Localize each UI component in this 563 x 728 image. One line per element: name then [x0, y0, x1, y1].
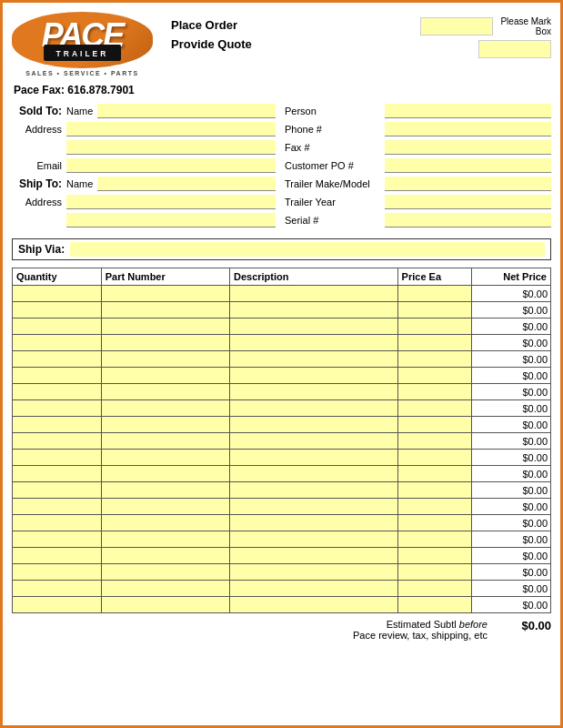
table-row: $0.00 — [13, 417, 551, 433]
data-cell-2[interactable] — [229, 597, 397, 613]
data-cell-2[interactable] — [229, 302, 397, 318]
data-cell-1[interactable] — [101, 400, 229, 417]
data-cell-3[interactable] — [397, 564, 471, 581]
customer-po-input[interactable] — [385, 158, 551, 173]
data-cell-0[interactable] — [13, 564, 102, 581]
ship-to-name-input[interactable] — [97, 177, 276, 191]
data-cell-3[interactable] — [397, 482, 471, 499]
data-cell-2[interactable] — [229, 482, 397, 499]
data-cell-1[interactable] — [101, 351, 229, 368]
data-cell-0[interactable] — [13, 368, 102, 384]
data-cell-2[interactable] — [229, 531, 397, 548]
data-cell-0[interactable] — [13, 351, 102, 368]
data-cell-0[interactable] — [13, 286, 102, 302]
trailer-make-input[interactable] — [385, 177, 551, 191]
ship-address-input1[interactable] — [66, 195, 276, 209]
data-cell-0[interactable] — [13, 450, 102, 466]
data-cell-0[interactable] — [13, 417, 102, 433]
data-cell-1[interactable] — [101, 466, 229, 482]
data-cell-2[interactable] — [229, 433, 397, 450]
data-cell-0[interactable] — [13, 597, 102, 613]
data-cell-3[interactable] — [397, 466, 471, 482]
ship-via-input[interactable] — [70, 242, 545, 257]
data-cell-3[interactable] — [397, 286, 471, 302]
email-input[interactable] — [66, 158, 276, 173]
serial-input[interactable] — [385, 213, 551, 228]
data-cell-2[interactable] — [229, 581, 397, 597]
data-cell-2[interactable] — [229, 515, 397, 531]
data-cell-1[interactable] — [101, 433, 229, 450]
data-cell-2[interactable] — [229, 368, 397, 384]
data-cell-3[interactable] — [397, 450, 471, 466]
data-cell-0[interactable] — [13, 335, 102, 351]
data-cell-3[interactable] — [397, 318, 471, 335]
data-cell-3[interactable] — [397, 581, 471, 597]
data-cell-1[interactable] — [101, 417, 229, 433]
logo-oval: PACE TRAILER — [12, 12, 153, 68]
data-cell-3[interactable] — [397, 417, 471, 433]
data-cell-1[interactable] — [101, 482, 229, 499]
data-cell-0[interactable] — [13, 581, 102, 597]
data-cell-3[interactable] — [397, 531, 471, 548]
data-cell-3[interactable] — [397, 597, 471, 613]
sold-to-address-input1[interactable] — [66, 122, 276, 136]
data-cell-3[interactable] — [397, 302, 471, 318]
data-cell-1[interactable] — [101, 302, 229, 318]
data-cell-2[interactable] — [229, 564, 397, 581]
data-cell-3[interactable] — [397, 499, 471, 515]
data-cell-1[interactable] — [101, 548, 229, 564]
data-cell-0[interactable] — [13, 400, 102, 417]
data-cell-1[interactable] — [101, 531, 229, 548]
data-cell-2[interactable] — [229, 548, 397, 564]
data-cell-0[interactable] — [13, 515, 102, 531]
person-input[interactable] — [385, 104, 551, 118]
data-cell-2[interactable] — [229, 335, 397, 351]
data-cell-3[interactable] — [397, 368, 471, 384]
data-cell-2[interactable] — [229, 286, 397, 302]
data-cell-0[interactable] — [13, 318, 102, 335]
data-cell-3[interactable] — [397, 548, 471, 564]
data-cell-2[interactable] — [229, 318, 397, 335]
sold-to-address-input2[interactable] — [66, 140, 276, 155]
data-cell-1[interactable] — [101, 368, 229, 384]
data-cell-0[interactable] — [13, 433, 102, 450]
data-cell-3[interactable] — [397, 351, 471, 368]
fax-input[interactable] — [385, 140, 551, 155]
data-cell-0[interactable] — [13, 482, 102, 499]
data-cell-1[interactable] — [101, 384, 229, 400]
data-cell-1[interactable] — [101, 286, 229, 302]
data-cell-3[interactable] — [397, 335, 471, 351]
data-cell-1[interactable] — [101, 581, 229, 597]
data-cell-2[interactable] — [229, 384, 397, 400]
data-cell-2[interactable] — [229, 499, 397, 515]
trailer-year-input[interactable] — [385, 195, 551, 209]
data-cell-2[interactable] — [229, 450, 397, 466]
email-label: Email — [12, 160, 66, 171]
data-cell-1[interactable] — [101, 597, 229, 613]
data-cell-0[interactable] — [13, 466, 102, 482]
data-cell-2[interactable] — [229, 400, 397, 417]
data-cell-0[interactable] — [13, 499, 102, 515]
data-cell-2[interactable] — [229, 417, 397, 433]
sold-to-name-input[interactable] — [97, 104, 276, 118]
provide-quote-checkbox[interactable] — [478, 40, 551, 58]
data-cell-3[interactable] — [397, 515, 471, 531]
data-cell-3[interactable] — [397, 400, 471, 417]
data-cell-1[interactable] — [101, 564, 229, 581]
data-cell-1[interactable] — [101, 515, 229, 531]
data-cell-0[interactable] — [13, 548, 102, 564]
data-cell-2[interactable] — [229, 466, 397, 482]
data-cell-1[interactable] — [101, 335, 229, 351]
place-order-checkbox[interactable] — [420, 17, 493, 35]
data-cell-3[interactable] — [397, 433, 471, 450]
data-cell-0[interactable] — [13, 302, 102, 318]
data-cell-0[interactable] — [13, 531, 102, 548]
data-cell-1[interactable] — [101, 450, 229, 466]
data-cell-1[interactable] — [101, 499, 229, 515]
data-cell-1[interactable] — [101, 318, 229, 335]
phone-input[interactable] — [385, 122, 551, 136]
data-cell-2[interactable] — [229, 351, 397, 368]
ship-address-input2[interactable] — [66, 213, 276, 228]
data-cell-3[interactable] — [397, 384, 471, 400]
data-cell-0[interactable] — [13, 384, 102, 400]
